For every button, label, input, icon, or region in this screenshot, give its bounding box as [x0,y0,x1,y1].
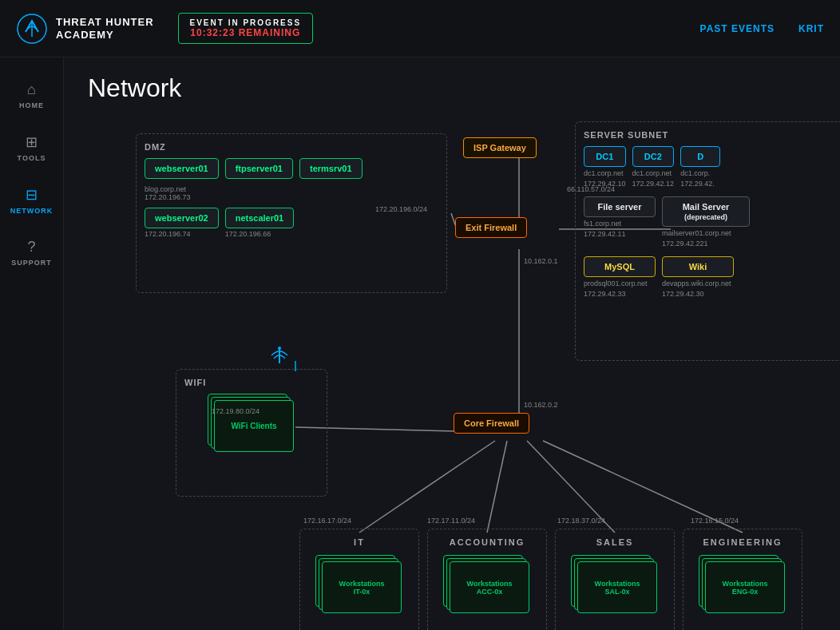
dc2-node[interactable]: DC2 [632,146,675,167]
fileserver-ip: fs1.corp.net172.29.42.11 [584,219,656,239]
wifi-label: WIFI [184,378,319,387]
home-icon: ⌂ [27,81,36,98]
isp-gateway-node[interactable]: ISP Gateway [463,137,537,158]
eng-ws-label: WorkstationsENG-0x [705,561,785,613]
webserver02-node[interactable]: webserver02 [145,208,219,228]
mailserver-node[interactable]: Mail Server(deprecated) [662,196,750,227]
sidebar-item-home[interactable]: ⌂ HOME [0,73,63,117]
it-dept-label: IT [308,537,410,547]
sales-workstations: WorkstationsSAL-0x [571,555,659,619]
webserver02-container: webserver02 172.20.196.74 [145,208,219,238]
it-ws-label: WorkstationsIT-0x [322,561,402,613]
server-row2: File server fs1.corp.net172.29.42.11 Mai… [584,196,840,248]
exit-firewall-node[interactable]: Exit Firewall [455,217,527,238]
network-diagram: 172.20.196.0/24 66.110.57.0/24 10.162.0.… [64,57,840,630]
isp-gateway-inner: ISP Gateway [463,137,537,158]
accounting-workstations: WorkstationsACC-0x [443,555,531,619]
ip-eng-subnet: 172.16.15.0/24 [691,517,739,525]
wifi-antenna [267,341,291,369]
ip-isp-exit: 66.110.57.0/24 [567,185,615,193]
mysql-node[interactable]: MySQL [584,256,656,277]
sidebar: ⌂ HOME ⊞ TOOLS ⊟ NETWORK ? SUPPORT [0,57,64,630]
header: THREAT HUNTER ACADEMY EVENT IN PROGRESS … [0,0,840,57]
core-firewall-inner: Core Firewall [454,413,529,434]
engineering-dept-box: ENGINEERING WorkstationsENG-0x [683,529,802,630]
dc1-node[interactable]: DC1 [584,146,626,167]
accounting-dept-box: ACCOUNTING WorkstationsACC-0x [427,529,547,630]
ip-sales-subnet: 172.18.37.0/24 [557,517,605,525]
core-firewall-node[interactable]: Core Firewall [454,413,529,434]
termsrv01-node[interactable]: termsrv01 [299,158,363,179]
svg-point-13 [278,347,281,350]
engineering-workstations: WorkstationsENG-0x [699,555,787,619]
event-label: EVENT IN PROGRESS [190,18,302,27]
dc3-cell: D dc1.corp.172.29.42. [680,146,720,188]
sidebar-item-network[interactable]: ⊟ NETWORK [0,178,63,223]
mailserver-ip: mailserver01.corp.net172.29.42.221 [662,228,750,248]
dc2-ip: dc1.corp.net172.29.42.12 [632,168,675,188]
logo-icon [16,13,48,45]
server-subnet-box: SERVER SUBNET DC1 dc1.corp.net172.29.42.… [575,121,840,361]
dc1-cell: DC1 dc1.corp.net172.29.42.10 [584,146,626,188]
logo: THREAT HUNTER ACADEMY [16,13,154,45]
server-row3: MySQL prodsql001.corp.net172.29.42.33 Wi… [584,256,840,299]
ftpserver01-node[interactable]: ftpserver01 [225,158,293,179]
ip-acc-subnet: 172.17.11.0/24 [427,517,475,525]
wifi-clients-stack: WiFi Clients [208,394,295,458]
logo-text: THREAT HUNTER ACADEMY [56,16,154,41]
krit-link[interactable]: KRIT [798,23,824,34]
acc-ws-label: WorkstationsACC-0x [450,561,529,613]
sidebar-label-tools: TOOLS [18,154,46,162]
mysql-ip: prodsql001.corp.net172.29.42.33 [584,279,656,299]
server-subnet-label: SERVER SUBNET [584,130,840,140]
sidebar-item-support[interactable]: ? SUPPORT [0,231,63,275]
event-badge: EVENT IN PROGRESS 10:32:23 REMAINING [178,13,314,44]
dmz-top-servers: webserver01 ftpserver01 termsrv01 [145,158,438,179]
accounting-dept-label: ACCOUNTING [436,537,538,547]
mailserver-cell: Mail Server(deprecated) mailserver01.cor… [662,196,750,248]
wiki-node[interactable]: Wiki [662,256,734,277]
dc2-cell: DC2 dc1.corp.net172.29.42.12 [632,146,675,188]
netscaler01-container: netscaler01 172.20.196.66 [225,208,295,238]
sales-ws-label: WorkstationsSAL-0x [577,561,657,613]
support-icon: ? [27,239,35,256]
wifi-subnet: WIFI WiFi Clients [176,369,327,497]
header-nav: PAST EVENTS KRIT [700,23,824,34]
exit-firewall-inner: Exit Firewall [455,217,527,238]
mysql-cell: MySQL prodsql001.corp.net172.29.42.33 [584,256,656,299]
dc3-node[interactable]: D [680,146,720,167]
engineering-dept-label: ENGINEERING [691,537,794,547]
wifi-client-label: WiFi Clients [231,422,276,430]
event-timer: 10:32:23 REMAINING [190,27,302,38]
dmz-ip-info: blog.corp.net172.20.196.73 [145,185,438,201]
network-icon: ⊟ [26,186,38,204]
server-row1: DC1 dc1.corp.net172.29.42.10 DC2 dc1.cor… [584,146,840,188]
webserver01-node[interactable]: webserver01 [145,158,219,179]
past-events-link[interactable]: PAST EVENTS [700,23,775,34]
dmz-subnet: DMZ webserver01 ftpserver01 termsrv01 bl… [136,133,447,293]
sidebar-label-support: SUPPORT [11,259,52,267]
ip-it-subnet: 172.16.17.0/24 [303,517,351,525]
dmz-label: DMZ [145,142,438,152]
main-layout: ⌂ HOME ⊞ TOOLS ⊟ NETWORK ? SUPPORT Netwo… [0,57,840,630]
sales-dept-box: SALES WorkstationsSAL-0x [555,529,675,630]
content-area: Network [64,57,840,630]
ip-wifi-cidr: 172.19.80.0/24 [212,407,260,415]
sales-dept-label: SALES [564,537,666,547]
ip-exit-top: 10.162.0.1 [524,257,558,265]
sidebar-item-tools[interactable]: ⊞ TOOLS [0,125,63,170]
fileserver-cell: File server fs1.corp.net172.29.42.11 [584,196,656,248]
netscaler01-node[interactable]: netscaler01 [225,208,295,228]
netscaler01-ip: 172.20.196.66 [225,230,295,238]
ip-dmz-cidr: 172.20.196.0/24 [375,205,427,213]
dc3-ip: dc1.corp.172.29.42. [680,168,720,188]
wiki-cell: Wiki devapps.wiki.corp.net172.29.42.30 [662,256,734,299]
webserver02-ip: 172.20.196.74 [145,230,219,238]
svg-line-8 [487,441,507,533]
antenna-icon [267,341,291,365]
sidebar-label-network: NETWORK [10,207,53,215]
fileserver-node[interactable]: File server [584,196,656,217]
it-workstations: WorkstationsIT-0x [315,555,403,619]
ip-exit-bottom: 10.162.0.2 [524,401,558,409]
page-title: Network [88,73,181,103]
